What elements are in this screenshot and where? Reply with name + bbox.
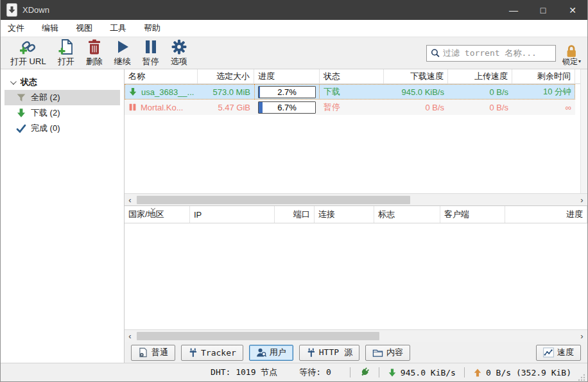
torrent-up-speed: 0 B/s [448, 100, 512, 115]
resize-grip[interactable] [578, 374, 585, 381]
sidebar-item-label: 完成 (0) [31, 123, 60, 134]
torrent-status: 暂停 [320, 100, 384, 115]
open-url-button[interactable]: 打开 URL [4, 38, 52, 69]
close-button[interactable]: ✕ [558, 0, 587, 20]
separator [379, 367, 379, 378]
lock-button[interactable]: 锁定 ▾ [562, 44, 581, 65]
delete-button[interactable]: 删除 [80, 38, 108, 69]
link-add-icon [19, 39, 38, 55]
torrent-down-speed: 945.0 KiB/s [384, 84, 448, 100]
progress-text: 6.7% [259, 102, 315, 113]
scroll-right-icon[interactable]: › [576, 331, 587, 342]
toolbar: 打开 URL 打开 删除 继续 [1, 37, 587, 69]
column-header-down-speed[interactable]: 下载速度 [384, 69, 448, 83]
play-icon [114, 39, 131, 55]
sidebar-item-all[interactable]: 全部 (2) [4, 90, 120, 105]
column-header-port[interactable]: 端口 [275, 206, 315, 223]
maximize-button[interactable]: □ [528, 0, 558, 20]
tab-tracker[interactable]: Tracker [181, 345, 243, 361]
tool-label: 删除 [86, 56, 103, 67]
torrent-size: 5.47 GiB [198, 100, 254, 115]
peers-h-scrollbar[interactable]: ‹ › [125, 329, 587, 342]
table-row-download-1[interactable]: usa_3683__... 573.0 MiB 2.7% 下载 945.0 Ki… [125, 84, 575, 100]
progress-text: 2.7% [259, 87, 315, 98]
downloads-h-scrollbar[interactable]: ‹ › [125, 193, 587, 205]
sidebar: 状态 全部 (2) 下载 (2) 完成 (0) [1, 69, 125, 363]
peers-table-body [125, 223, 587, 329]
tab-label: 用户 [270, 347, 286, 358]
torrent-eta: 10 分钟 [512, 84, 575, 100]
column-header-up-speed[interactable]: 上传速度 [448, 69, 512, 83]
pause-icon [143, 39, 159, 55]
down-arrow-icon [388, 368, 397, 378]
resume-button[interactable]: 继续 [108, 38, 137, 69]
speed-graph-button[interactable]: 速度 [536, 345, 581, 361]
tab-peers[interactable]: 用户 [249, 345, 293, 361]
sidebar-group-status[interactable]: 状态 [1, 74, 124, 90]
menu-tools[interactable]: 工具 [104, 20, 132, 37]
window-title: XDown [22, 5, 49, 15]
tab-label: Tracker [201, 348, 236, 358]
menu-help[interactable]: 帮助 [138, 20, 166, 37]
peers-icon [256, 347, 266, 358]
pause-status-icon [128, 103, 137, 112]
filter-search-box [426, 45, 556, 62]
pause-button[interactable]: 暂停 [137, 38, 165, 69]
tool-label: 打开 [58, 56, 74, 67]
column-header-connection[interactable]: 连接 [315, 206, 374, 223]
table-row-download-2[interactable]: Mortal.Ko... 5.47 GiB 6.7% 暂停 0 B/s 0 B/… [125, 100, 575, 115]
sidebar-item-label: 下载 (2) [31, 107, 60, 119]
total-down-speed: 945.0 KiB/s [388, 368, 456, 378]
downloads-table: 名称 选定大小 进度 状态 下载速度 上传速度 剩余时间 usa_3683__.… [125, 69, 587, 205]
column-header-country[interactable]: 国家/地区 [125, 206, 190, 223]
column-header-name[interactable]: 名称 [125, 69, 198, 83]
menu-edit[interactable]: 编辑 [36, 20, 64, 37]
filter-search-input[interactable] [443, 48, 551, 58]
trash-icon [87, 39, 102, 55]
downloads-table-header: 名称 选定大小 进度 状态 下载速度 上传速度 剩余时间 [125, 69, 587, 84]
options-button[interactable]: 选项 [165, 38, 193, 69]
scrollbar-thumb[interactable] [137, 196, 410, 204]
column-header-progress[interactable]: 进度 [254, 69, 320, 83]
vertical-scrollbar-track[interactable] [580, 69, 587, 193]
minimize-button[interactable]: — [499, 0, 528, 20]
sidebar-item-completed[interactable]: 完成 (0) [4, 121, 120, 136]
detail-tab-bar: 普通 Tracker [125, 342, 587, 363]
torrent-eta: ∞ [512, 100, 575, 115]
tool-label: 打开 URL [10, 56, 46, 67]
column-header-eta[interactable]: 剩余时间 [512, 69, 575, 83]
menu-view[interactable]: 视图 [70, 20, 98, 37]
column-header-client[interactable]: 客户端 [440, 206, 505, 223]
tab-http-source[interactable]: HTTP 源 [299, 345, 359, 361]
column-header-flags[interactable]: 标志 [374, 206, 440, 223]
waiting-status: 等待: 0 [299, 367, 331, 378]
sidebar-group-label: 状态 [21, 76, 37, 88]
xdown-window: XDown — □ ✕ 文件 编辑 视图 工具 帮助 打开 URL [0, 0, 588, 382]
tab-label: HTTP 源 [319, 347, 352, 358]
speed-button-label: 速度 [557, 347, 574, 358]
column-header-progress[interactable]: 进度 [505, 206, 587, 223]
file-add-icon [58, 39, 74, 55]
progress-bar: 2.7% [258, 86, 316, 98]
menu-file[interactable]: 文件 [2, 20, 30, 37]
tab-label: 内容 [386, 347, 403, 358]
tab-content[interactable]: 内容 [365, 345, 410, 361]
chevron-down-icon [10, 78, 17, 85]
tab-label: 普通 [151, 347, 168, 358]
column-header-status[interactable]: 状态 [320, 69, 384, 83]
column-header-label: 国家/地区 [128, 209, 164, 220]
tool-label: 选项 [171, 56, 187, 67]
sidebar-item-downloading[interactable]: 下载 (2) [4, 105, 120, 121]
column-header-size[interactable]: 选定大小 [198, 69, 254, 83]
scroll-right-icon[interactable]: › [576, 195, 587, 205]
torrent-size: 573.0 MiB [198, 84, 254, 100]
scrollbar-thumb[interactable] [137, 332, 379, 340]
torrent-name: Mortal.Ko... [141, 103, 183, 112]
check-icon [16, 123, 26, 134]
status-bar: DHT: 1019 节点 等待: 0 945.0 KiB/s 0 B/s (35… [1, 363, 587, 381]
scroll-left-icon[interactable]: ‹ [125, 195, 135, 205]
scroll-left-icon[interactable]: ‹ [125, 331, 135, 342]
column-header-ip[interactable]: IP [190, 206, 275, 223]
tab-general[interactable]: 普通 [131, 345, 175, 361]
open-file-button[interactable]: 打开 [52, 38, 80, 69]
